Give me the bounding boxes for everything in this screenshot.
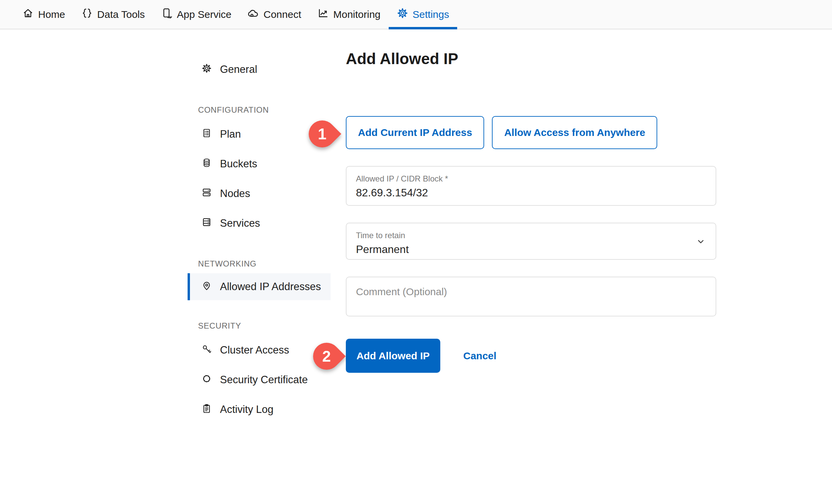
database-icon — [202, 158, 212, 171]
chevron-down-icon — [695, 236, 707, 248]
sidebar-item-security-certificate[interactable]: Security Certificate — [188, 365, 331, 395]
gear-icon — [202, 63, 212, 76]
sidebar-item-label: Security Certificate — [220, 374, 308, 386]
nav-tab-label: Data Tools — [97, 9, 145, 20]
app-window: Home Data Tools App Service — [0, 0, 832, 504]
nav-tab-app-service[interactable]: App Service — [153, 0, 239, 29]
sidebar-item-label: General — [220, 63, 257, 76]
allowed-ip-input[interactable] — [356, 187, 706, 199]
comment-field — [346, 276, 716, 316]
sidebar-item-buckets[interactable]: Buckets — [188, 149, 331, 179]
sidebar-item-label: Buckets — [220, 158, 257, 170]
sidebar-item-activity-log[interactable]: Activity Log — [188, 395, 331, 424]
allow-access-anywhere-button[interactable]: Allow Access from Anywhere — [492, 116, 657, 149]
nav-tab-label: Connect — [263, 9, 301, 20]
gear-icon — [397, 7, 408, 21]
nav-tab-label: App Service — [177, 9, 231, 20]
braces-icon — [81, 7, 93, 21]
sidebar-item-label: Nodes — [220, 188, 250, 200]
nav-tab-connect[interactable]: Connect — [239, 0, 309, 29]
sidebar-item-cluster-access[interactable]: Cluster Access — [188, 335, 331, 365]
nav-tab-label: Monitoring — [333, 9, 381, 20]
plan-icon — [202, 128, 212, 141]
sidebar-section-networking: NETWORKING — [188, 257, 331, 270]
comment-textarea[interactable] — [356, 286, 706, 307]
sidebar-item-nodes[interactable]: Nodes — [188, 179, 331, 209]
nav-tab-settings[interactable]: Settings — [389, 0, 457, 29]
location-pin-icon — [202, 280, 212, 293]
services-icon — [202, 217, 212, 230]
add-current-ip-button[interactable]: Add Current IP Address — [346, 116, 484, 149]
time-to-retain-value: Permanent — [356, 243, 706, 256]
add-allowed-ip-panel: Add Allowed IP Add Current IP Address Al… — [346, 29, 716, 373]
marker-pin: 1 — [303, 115, 341, 153]
time-to-retain-select[interactable]: Time to retain Permanent — [346, 223, 716, 260]
add-allowed-ip-button[interactable]: Add Allowed IP — [346, 339, 440, 373]
cancel-button[interactable]: Cancel — [463, 350, 496, 362]
marker-pin: 2 — [307, 337, 345, 375]
marker-number: 2 — [322, 347, 331, 365]
top-navigation: Home Data Tools App Service — [0, 0, 832, 29]
home-icon — [22, 7, 34, 21]
nodes-icon — [202, 187, 212, 201]
time-to-retain-label: Time to retain — [356, 231, 706, 240]
page-title: Add Allowed IP — [346, 49, 716, 69]
sidebar-item-label: Plan — [220, 128, 241, 140]
sidebar-section-security: SECURITY — [188, 319, 331, 333]
key-icon — [202, 344, 212, 357]
certificate-icon — [202, 373, 212, 387]
sidebar-item-allowed-ip-addresses[interactable]: Allowed IP Addresses — [188, 273, 331, 300]
allowed-ip-field: Allowed IP / CIDR Block * — [346, 166, 716, 206]
nav-tab-label: Home — [38, 9, 65, 20]
sidebar-section-configuration: CONFIGURATION — [188, 103, 331, 117]
nav-tab-data-tools[interactable]: Data Tools — [73, 0, 153, 29]
annotation-marker-1: 1 — [309, 121, 336, 148]
sidebar-item-label: Activity Log — [220, 403, 274, 416]
sidebar-item-label: Services — [220, 217, 260, 230]
sidebar-item-services[interactable]: Services — [188, 209, 331, 238]
nav-tab-label: Settings — [413, 9, 449, 20]
marker-number: 1 — [318, 125, 327, 143]
app-service-icon — [161, 7, 173, 21]
cloud-icon — [248, 7, 259, 21]
activity-log-icon — [202, 403, 212, 416]
quick-actions-row: Add Current IP Address Allow Access from… — [346, 116, 716, 149]
annotation-marker-2: 2 — [313, 343, 340, 370]
sidebar-item-general[interactable]: General — [188, 55, 331, 84]
allowed-ip-label: Allowed IP / CIDR Block * — [356, 174, 706, 184]
chart-icon — [317, 7, 329, 21]
sidebar-item-label: Cluster Access — [220, 344, 289, 356]
form-actions-row: Add Allowed IP Cancel — [346, 339, 716, 373]
settings-sidebar: General CONFIGURATION Plan — [188, 55, 331, 424]
sidebar-item-label: Allowed IP Addresses — [220, 281, 321, 293]
nav-tab-home[interactable]: Home — [14, 0, 73, 29]
nav-tab-monitoring[interactable]: Monitoring — [309, 0, 389, 29]
